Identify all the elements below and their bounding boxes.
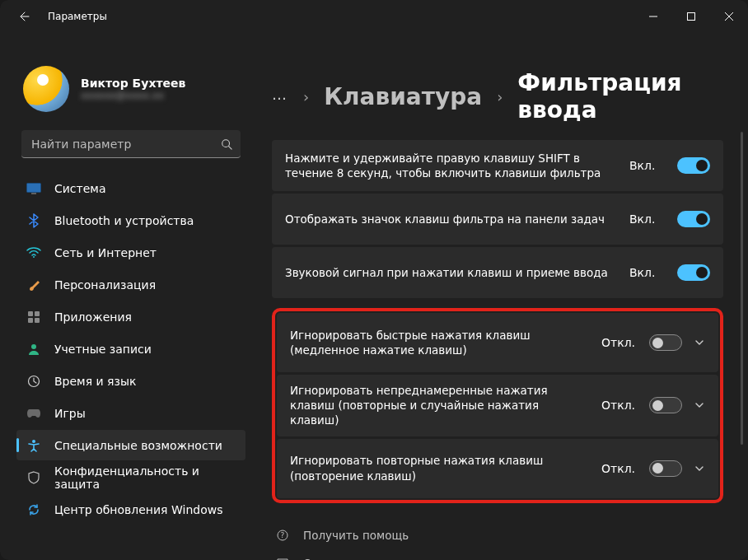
sidebar-item-label: Специальные возможности <box>54 439 222 452</box>
system-icon <box>26 181 41 196</box>
chevron-right-icon: › <box>497 88 503 105</box>
highlighted-settings-group: Игнорировать быстрые нажатия клавиш (мед… <box>272 308 723 503</box>
sidebar-item-label: Приложения <box>54 310 132 324</box>
accessibility-icon <box>26 438 41 453</box>
setting-label: Игнорировать непреднамеренные нажатия кл… <box>290 383 590 428</box>
setting-row[interactable]: Игнорировать непреднамеренные нажатия кл… <box>277 375 718 436</box>
setting-row: Нажмите и удерживайте правую клавишу SHI… <box>272 140 723 191</box>
svg-rect-7 <box>28 318 33 323</box>
svg-point-9 <box>31 344 36 349</box>
svg-point-11 <box>32 440 35 443</box>
sidebar-item-gaming[interactable]: Игры <box>16 398 245 428</box>
privacy-icon <box>26 470 41 485</box>
window-title: Параметры <box>48 11 107 22</box>
sidebar-item-privacy[interactable]: Конфиденциальность и защита <box>16 462 245 492</box>
back-button[interactable] <box>8 2 38 31</box>
profile-block[interactable]: Виктор Бухтеев xxxxxx@xxxx.xx <box>16 33 245 130</box>
get-help-label: Получить помощь <box>303 529 409 542</box>
sidebar-item-label: Игры <box>54 407 86 420</box>
svg-point-4 <box>33 256 35 258</box>
setting-label: Игнорировать повторные нажатия клавиш (п… <box>290 453 590 483</box>
minimize-button[interactable] <box>634 3 672 30</box>
get-help-link[interactable]: ? Получить помощь <box>275 528 723 543</box>
breadcrumb-current: Фильтрация ввода <box>517 69 723 124</box>
setting-label: Отображать значок клавиш фильтра на пане… <box>285 212 618 226</box>
svg-rect-5 <box>28 311 33 316</box>
setting-row: Отображать значок клавиш фильтра на пане… <box>272 194 723 245</box>
search-box <box>21 130 241 158</box>
profile-email: xxxxxx@xxxx.xx <box>81 90 185 101</box>
scrollbar[interactable] <box>741 132 743 445</box>
breadcrumb-parent[interactable]: Клавиатура <box>324 83 482 110</box>
sidebar-item-brush[interactable]: Персонализация <box>16 269 245 300</box>
toggle-state-label: Откл. <box>601 399 638 412</box>
maximize-button[interactable] <box>672 3 710 30</box>
gaming-icon <box>26 406 41 421</box>
toggle-state-label: Откл. <box>601 336 638 349</box>
breadcrumb-more[interactable]: … <box>272 86 288 108</box>
toggle-switch[interactable] <box>649 397 682 413</box>
setting-row[interactable]: Игнорировать повторные нажатия клавиш (п… <box>277 439 718 498</box>
setting-label: Нажмите и удерживайте правую клавишу SHI… <box>285 151 618 180</box>
sidebar-item-update[interactable]: Центр обновления Windows <box>16 494 245 525</box>
bluetooth-icon <box>26 213 41 228</box>
brush-icon <box>26 278 41 292</box>
sidebar-item-label: Время и язык <box>54 375 136 388</box>
toggle-switch[interactable] <box>649 460 682 477</box>
footer-links: ? Получить помощь Отправить отзыв <box>272 528 723 560</box>
sidebar-item-accessibility[interactable]: Специальные возможности <box>16 430 245 460</box>
toggle-switch[interactable] <box>677 211 710 227</box>
svg-rect-6 <box>35 311 40 316</box>
sidebar-item-label: Система <box>54 182 105 195</box>
toggle-state-label: Вкл. <box>629 266 666 279</box>
title-bar: Параметры <box>0 0 748 33</box>
svg-text:?: ? <box>281 531 285 539</box>
settings-window: Параметры Виктор Бухтеев xxxxxx@xxxx.xx <box>0 0 748 560</box>
svg-rect-8 <box>35 318 40 323</box>
sidebar-item-label: Конфиденциальность и защита <box>54 464 236 491</box>
apps-icon <box>26 310 41 324</box>
svg-rect-2 <box>27 183 41 192</box>
toggle-switch[interactable] <box>677 157 710 174</box>
sidebar-item-label: Центр обновления Windows <box>54 503 222 516</box>
sidebar-item-time[interactable]: Время и язык <box>16 366 245 396</box>
main-content: … › Клавиатура › Фильтрация ввода Нажмит… <box>255 33 748 560</box>
chevron-down-icon[interactable] <box>694 464 705 474</box>
toggle-switch[interactable] <box>649 334 682 351</box>
sidebar-item-accounts[interactable]: Учетные записи <box>16 334 245 364</box>
toggle-state-label: Вкл. <box>629 159 666 172</box>
setting-row[interactable]: Игнорировать быстрые нажатия клавиш (мед… <box>277 313 718 372</box>
sidebar: Виктор Бухтеев xxxxxx@xxxx.xx СистемаBlu… <box>0 33 255 560</box>
window-controls <box>634 3 748 30</box>
feedback-icon <box>275 556 290 560</box>
sidebar-item-wifi[interactable]: Сеть и Интернет <box>16 237 245 268</box>
sidebar-item-bluetooth[interactable]: Bluetooth и устройства <box>16 205 245 236</box>
avatar <box>23 66 69 112</box>
chevron-right-icon: › <box>303 88 309 105</box>
search-input[interactable] <box>21 130 241 158</box>
close-button[interactable] <box>710 3 748 30</box>
sidebar-item-system[interactable]: Система <box>16 173 245 203</box>
setting-label: Звуковой сигнал при нажатии клавиш и при… <box>285 265 618 280</box>
setting-label: Игнорировать быстрые нажатия клавиш (мед… <box>290 328 590 357</box>
sidebar-item-apps[interactable]: Приложения <box>16 301 245 332</box>
nav-list: СистемаBluetooth и устройстваСеть и Инте… <box>16 173 245 525</box>
svg-rect-0 <box>688 13 695 21</box>
chevron-down-icon[interactable] <box>694 400 705 410</box>
setting-row: Звуковой сигнал при нажатии клавиш и при… <box>272 247 723 298</box>
accounts-icon <box>26 342 41 357</box>
update-icon <box>26 502 41 517</box>
sidebar-item-label: Персонализация <box>54 278 156 292</box>
sidebar-item-label: Учетные записи <box>54 343 152 356</box>
chevron-down-icon[interactable] <box>694 338 705 348</box>
settings-list-top: Нажмите и удерживайте правую клавишу SHI… <box>272 140 723 298</box>
toggle-state-label: Откл. <box>601 462 638 475</box>
help-icon: ? <box>275 528 290 543</box>
toggle-state-label: Вкл. <box>629 212 666 226</box>
feedback-label: Отправить отзыв <box>303 557 404 560</box>
sidebar-item-label: Bluetooth и устройства <box>54 214 194 227</box>
toggle-switch[interactable] <box>677 264 710 281</box>
feedback-link[interactable]: Отправить отзыв <box>275 556 723 560</box>
wifi-icon <box>26 245 41 260</box>
profile-name: Виктор Бухтеев <box>81 77 185 90</box>
